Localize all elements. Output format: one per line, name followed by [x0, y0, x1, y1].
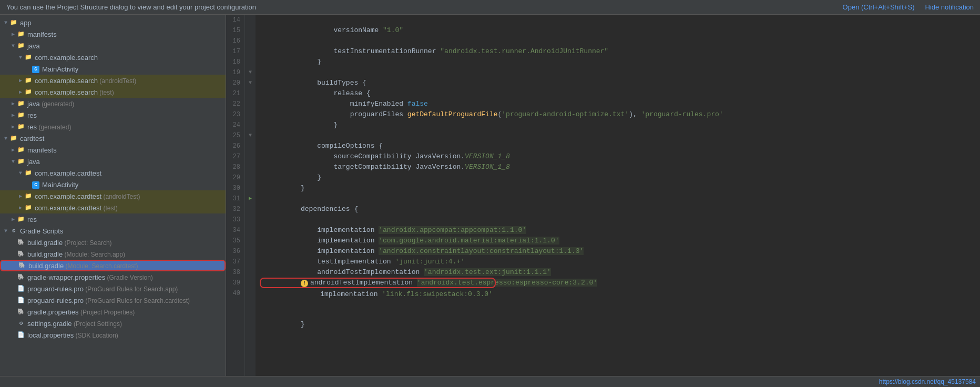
- tree-item-java-generated[interactable]: ▶ 📁 java (generated): [0, 98, 226, 109]
- folder-icon: 📁: [9, 18, 18, 27]
- gutter-31[interactable]: ▶: [245, 194, 256, 204]
- code-line-33: implementation 'androidx.appcompat:appco…: [260, 215, 976, 225]
- notification-text: You can use the Project Structure dialog…: [6, 3, 256, 11]
- folder-icon: 📁: [17, 215, 25, 223]
- tree-item-manifests[interactable]: ▶ 📁 manifests: [0, 28, 226, 40]
- arrow-icon: ▼: [2, 136, 9, 141]
- tree-item-res2[interactable]: ▶ 📁 res: [0, 213, 226, 225]
- open-project-structure-link[interactable]: Open (Ctrl+Alt+Shift+S): [843, 3, 915, 11]
- folder-icon: 📁: [24, 169, 33, 177]
- java-class-icon: C: [32, 65, 40, 73]
- tree-item-java2[interactable]: ▼ 📁 java: [0, 156, 226, 167]
- tree-item-settings-gradle[interactable]: ⚙ settings.gradle (Project Settings): [0, 318, 226, 329]
- line-num-20: 20: [230, 78, 240, 88]
- tree-item-build-gradle-cardtest[interactable]: 🐘 build.gradle (Module: Search.cardtest): [0, 260, 226, 271]
- folder-icon: 📁: [17, 111, 25, 119]
- tree-item-proguard-app[interactable]: 📄 proguard-rules.pro (ProGuard Rules for…: [0, 283, 226, 294]
- tree-item-com-example-cardtest-test[interactable]: ▶ 📁 com.example.cardtest (test): [0, 202, 226, 213]
- line-num-22: 22: [230, 99, 240, 109]
- gutter-33: [245, 215, 256, 225]
- gutter: ▼ ▼ ▼ ▶: [245, 15, 256, 376]
- gutter-15: [245, 25, 256, 36]
- code-line-29: }: [260, 172, 976, 183]
- code-content[interactable]: 14 15 16 17 18 19 20 21 22 23 24 25 26 2…: [226, 15, 980, 376]
- line-num-30: 30: [230, 183, 240, 194]
- code-editor[interactable]: versionName "1.0" testInstrumentationRun…: [256, 15, 980, 376]
- gradle-icon: ⚙: [9, 227, 18, 235]
- status-url: https://blog.csdn.net/qq_45137584: [879, 378, 976, 385]
- tree-label: com.example.cardtest (test): [35, 204, 118, 212]
- arrow-icon: ▶: [9, 100, 17, 107]
- gutter-22: [245, 99, 256, 109]
- arrow-icon: ▼: [2, 228, 9, 234]
- gradle-file-icon: 🐘: [18, 261, 26, 270]
- arrow-icon: ▼: [17, 55, 24, 60]
- tree-label: proguard-rules.pro (ProGuard Rules for S…: [27, 285, 178, 293]
- line-num-21: 21: [230, 88, 240, 99]
- tree-item-gradle-properties[interactable]: 🐘 gradle.properties (Project Properties): [0, 306, 226, 318]
- tree-item-com-example-search-androidtest[interactable]: ▶ 📁 com.example.search (androidTest): [0, 75, 226, 86]
- tree-item-build-gradle-project[interactable]: 🐘 build.gradle (Project: Search): [0, 237, 226, 248]
- tree-item-gradle-scripts[interactable]: ▼ ⚙ Gradle Scripts: [0, 225, 226, 237]
- tree-item-com-example-search-test[interactable]: ▶ 📁 com.example.search (test): [0, 86, 226, 98]
- gutter-28: [245, 162, 256, 172]
- tree-item-gradle-wrapper[interactable]: 🐘 gradle-wrapper.properties (Gradle Vers…: [0, 271, 226, 283]
- code-line-18: [260, 57, 976, 67]
- tree-item-java[interactable]: ▼ 📁 java: [0, 40, 226, 52]
- gutter-26: [245, 141, 256, 151]
- gutter-20: ▼: [245, 78, 256, 88]
- tree-label: com.example.search: [35, 54, 98, 62]
- main-content: ▼ 📁 app ▶ 📁 manifests ▼ 📁 java ▼ 📁 com.e…: [0, 15, 980, 376]
- folder-icon: 📁: [24, 192, 33, 200]
- folder-icon: 📁: [9, 134, 18, 142]
- tree-item-mainactivity2[interactable]: C MainActivity: [0, 179, 226, 190]
- code-line-40: }: [260, 309, 976, 319]
- tree-item-local-properties[interactable]: 📄 local.properties (SDK Location): [0, 329, 226, 341]
- arrow-icon: ▶: [17, 77, 24, 84]
- tree-label: build.gradle (Module: Search.cardtest): [28, 262, 138, 270]
- gutter-40: [245, 288, 256, 299]
- gradle-file-icon: 🐘: [17, 273, 25, 281]
- project-tree: ▼ 📁 app ▶ 📁 manifests ▼ 📁 java ▼ 📁 com.e…: [0, 15, 226, 376]
- editor-area: 14 15 16 17 18 19 20 21 22 23 24 25 26 2…: [226, 15, 980, 376]
- gutter-32: [245, 204, 256, 215]
- gutter-18: [245, 57, 256, 67]
- tree-item-proguard-cardtest[interactable]: 📄 proguard-rules.pro (ProGuard Rules for…: [0, 294, 226, 306]
- folder-icon: 📁: [17, 99, 25, 108]
- tree-item-mainactivity[interactable]: C MainActivity: [0, 63, 226, 75]
- gutter-19: ▼: [245, 67, 256, 78]
- tree-item-com-example-cardtest-androidtest[interactable]: ▶ 📁 com.example.cardtest (androidTest): [0, 190, 226, 202]
- tree-item-res[interactable]: ▶ 📁 res: [0, 109, 226, 121]
- line-num-15: 15: [230, 25, 240, 36]
- gutter-37: [245, 257, 256, 267]
- line-num-32: 32: [230, 204, 240, 215]
- tree-label: build.gradle (Project: Search): [27, 239, 112, 247]
- tree-label: app: [20, 19, 32, 27]
- tree-label: com.example.cardtest (androidTest): [35, 192, 140, 200]
- tree-item-res-generated[interactable]: ▶ 📁 res (generated): [0, 121, 226, 133]
- arrow-icon: ▶: [9, 31, 17, 37]
- folder-icon: 📁: [24, 88, 33, 96]
- tree-item-app[interactable]: ▼ 📁 app: [0, 17, 226, 28]
- code-line-16: testInstrumentationRunner "androidx.test…: [260, 36, 976, 46]
- line-num-38: 38: [230, 267, 240, 278]
- line-num-31: 31: [230, 194, 240, 204]
- gutter-24: [245, 120, 256, 130]
- folder-icon: 📁: [24, 203, 33, 212]
- tree-item-com-example-search[interactable]: ▼ 📁 com.example.search: [0, 52, 226, 63]
- gutter-21: [245, 88, 256, 99]
- gutter-23: [245, 109, 256, 120]
- tree-label: gradle.properties (Project Properties): [27, 308, 135, 316]
- hide-notification-link[interactable]: Hide notification: [925, 3, 974, 11]
- folder-icon: 📁: [24, 76, 33, 85]
- arrow-icon: ▶: [9, 124, 17, 130]
- code-line-20: release {: [260, 78, 976, 88]
- gutter-16: [245, 36, 256, 46]
- tree-item-manifests2[interactable]: ▶ 📁 manifests: [0, 144, 226, 156]
- tree-item-build-gradle-module-app[interactable]: 🐘 build.gradle (Module: Search.app): [0, 248, 226, 260]
- tree-item-com-example-cardtest[interactable]: ▼ 📁 com.example.cardtest: [0, 167, 226, 179]
- proguard-icon: 📄: [17, 296, 25, 304]
- tree-item-cardtest[interactable]: ▼ 📁 cardtest: [0, 133, 226, 144]
- tree-label: local.properties (SDK Location): [27, 331, 118, 339]
- tree-label: manifests: [27, 146, 57, 154]
